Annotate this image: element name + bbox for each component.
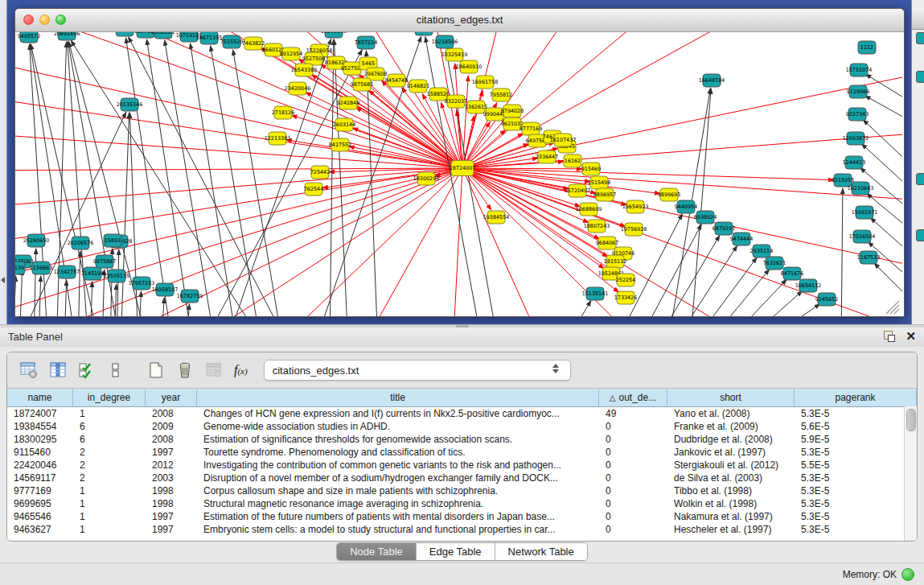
- delete-table-icon[interactable]: [173, 357, 197, 383]
- graph-node-yellow[interactable]: 10688609: [576, 203, 602, 216]
- select-rows-icon[interactable]: [75, 357, 99, 383]
- graph-node-yellow[interactable]: 252254: [616, 274, 635, 286]
- show-column-icon[interactable]: [46, 357, 70, 383]
- graph-node-yellow[interactable]: 915469: [581, 163, 601, 175]
- table-row[interactable]: 946362711997Embryonic stem cells: a mode…: [7, 523, 917, 536]
- table-row[interactable]: 1938455462009Genome-wide association stu…: [7, 420, 917, 433]
- column-header-in_degree[interactable]: in_degree: [73, 389, 146, 406]
- column-header-title[interactable]: title: [197, 389, 599, 406]
- graph-node-teal[interactable]: 14671355: [196, 32, 223, 44]
- graph-node-teal[interactable]: 8938924: [694, 211, 717, 224]
- new-table-icon[interactable]: [144, 357, 168, 383]
- tab-node-table[interactable]: Node Table: [337, 543, 417, 560]
- graph-node-teal[interactable]: 1112: [858, 41, 876, 54]
- graph-node-teal[interactable]: 16782759: [177, 290, 203, 303]
- column-header-pagerank[interactable]: pagerank: [795, 389, 917, 406]
- graph-node-teal[interactable]: 19218506: [432, 35, 458, 48]
- graph-node-yellow[interactable]: 1815132: [604, 255, 626, 268]
- graph-node-teal[interactable]: 10654112: [795, 279, 822, 292]
- graph-node-yellow[interactable]: 9777169: [519, 122, 542, 135]
- graph-node-yellow[interactable]: 16162: [564, 154, 581, 167]
- graph-node-yellow[interactable]: 8912954: [280, 47, 302, 60]
- graph-node-yellow[interactable]: 19384554: [483, 211, 510, 224]
- graph-node-yellow[interactable]: 8427552: [329, 138, 351, 151]
- graph-node-teal[interactable]: 8813054: [413, 32, 435, 35]
- network-graph[interactable]: 1872400774638228660128891295415226058952…: [15, 32, 902, 316]
- table-row[interactable]: 2242004622012Investigating the contribut…: [7, 459, 917, 472]
- graph-node-teal[interactable]: 20891406: [54, 32, 80, 40]
- graph-node-teal[interactable]: 9975887: [93, 255, 116, 268]
- graph-node-yellow[interactable]: 9875685: [351, 78, 373, 91]
- graph-node-yellow[interactable]: 19654923: [622, 200, 649, 213]
- graph-node-teal[interactable]: 9405572: [18, 32, 40, 43]
- function-builder-icon[interactable]: f(x): [234, 363, 248, 377]
- graph-node-teal[interactable]: 12093872: [843, 132, 869, 145]
- graph-node-teal[interactable]: 39139: [15, 262, 25, 274]
- graph-node-yellow[interactable]: 9899695: [658, 188, 680, 201]
- graph-node-teal[interactable]: 16033839: [321, 32, 347, 38]
- graph-node-yellow[interactable]: 1733426: [614, 291, 637, 304]
- graph-node-teal[interactable]: 9474444: [730, 233, 753, 245]
- graph-node-yellow[interactable]: 9684067: [596, 237, 618, 249]
- graph-node-teal[interactable]: 20135346: [117, 98, 143, 111]
- graph-node-yellow[interactable]: 9242848: [337, 97, 359, 109]
- graph-node-yellow[interactable]: 8896957: [593, 188, 616, 201]
- graph-node-yellow[interactable]: 12213383: [265, 132, 291, 145]
- tab-network-table[interactable]: Network Table: [495, 543, 587, 560]
- column-header-year[interactable]: year: [146, 389, 197, 406]
- collapse-panel-arrow-icon[interactable]: [1, 277, 5, 283]
- network-canvas[interactable]: 1872400774638228660128891295415226058952…: [15, 32, 902, 316]
- graph-node-teal[interactable]: 16648784: [699, 74, 725, 87]
- table-row[interactable]: 946554611997Estimation of the future num…: [7, 510, 917, 523]
- table-row[interactable]: 1830029562008Estimation of significance …: [7, 433, 917, 446]
- graph-node-teal[interactable]: 2935114: [750, 245, 773, 257]
- graph-node-teal[interactable]: 20206576: [68, 237, 94, 249]
- graph-node-yellow[interactable]: 6794028: [501, 105, 524, 117]
- table-settings-icon[interactable]: [17, 357, 41, 383]
- graph-node-yellow[interactable]: 18807243: [584, 220, 610, 233]
- graph-node-teal[interactable]: 9440954: [675, 200, 697, 213]
- column-header-name[interactable]: name: [7, 389, 73, 406]
- graph-node-yellow[interactable]: 1515498: [588, 176, 610, 189]
- graph-node-teal[interactable]: 1244413: [843, 156, 865, 169]
- graph-node-teal[interactable]: 9227343: [846, 108, 869, 121]
- graph-node-teal[interactable]: 16958107: [152, 283, 179, 296]
- graph-node-teal[interactable]: 25260650: [23, 234, 50, 247]
- graph-node-yellow[interactable]: 16961758: [472, 76, 499, 89]
- table-row[interactable]: 969969511998Structural magnetic resonanc…: [7, 497, 917, 510]
- graph-node-yellow[interactable]: 18724007: [450, 161, 476, 176]
- graph-node-yellow[interactable]: 18640910: [456, 60, 483, 73]
- graph-node-teal[interactable]: 9129966: [847, 85, 869, 98]
- graph-node-yellow[interactable]: 2603144: [333, 118, 355, 131]
- graph-node-teal[interactable]: 12342757: [54, 266, 80, 278]
- graph-node-teal[interactable]: 1145194: [81, 267, 104, 280]
- column-header-out_degree[interactable]: △out_de...: [599, 389, 667, 406]
- graph-node-teal[interactable]: 7515520: [220, 35, 243, 48]
- graph-node-teal[interactable]: 15893: [104, 234, 121, 247]
- graph-node-teal[interactable]: 7857224: [355, 36, 377, 49]
- graph-node-teal[interactable]: 17957253: [129, 277, 155, 290]
- graph-node-teal[interactable]: 15751074: [846, 64, 873, 76]
- table-selector-dropdown[interactable]: citations_edges.txt: [264, 360, 571, 381]
- graph-node-yellow[interactable]: 7955812: [490, 89, 512, 101]
- memory-status-icon[interactable]: [901, 568, 914, 581]
- table-scrollbar[interactable]: [904, 406, 917, 541]
- close-panel-icon[interactable]: ✕: [906, 330, 916, 343]
- table-row[interactable]: 1872400712008Changes of HCN gene express…: [7, 407, 917, 420]
- scrollbar-thumb[interactable]: [906, 409, 916, 431]
- graph-node-teal[interactable]: 15992971: [852, 206, 878, 219]
- graph-node-teal[interactable]: 8471676: [781, 267, 803, 280]
- graph-node-yellow[interactable]: 725442: [310, 166, 330, 179]
- column-header-short[interactable]: short: [667, 389, 795, 406]
- tab-edge-table[interactable]: Edge Table: [417, 543, 495, 560]
- graph-node-teal[interactable]: 7632621: [763, 257, 786, 270]
- graph-node-teal[interactable]: 9245652: [815, 293, 838, 306]
- float-panel-icon[interactable]: [883, 330, 896, 343]
- table-row[interactable]: 911546021997Tourette syndrome. Phenomeno…: [7, 446, 917, 459]
- table-row[interactable]: 1456911722003Disruption of a novel membe…: [7, 472, 917, 484]
- graph-node-yellow[interactable]: 13325419: [441, 48, 468, 61]
- graph-node-teal[interactable]: 6879197: [713, 222, 735, 235]
- graph-node-teal[interactable]: 17016504: [849, 230, 876, 243]
- graph-node-teal[interactable]: 1167533: [857, 251, 880, 264]
- window-titlebar[interactable]: citations_edges.txt: [15, 9, 904, 32]
